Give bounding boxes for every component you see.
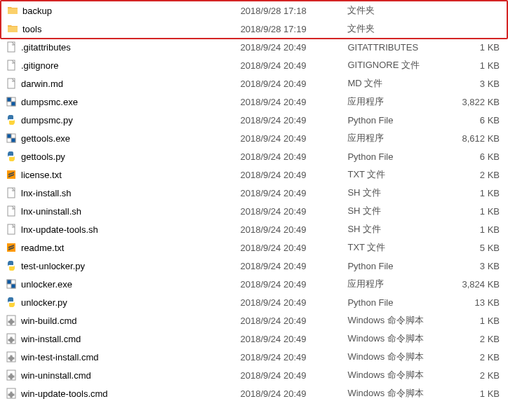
file-date: 2018/9/24 20:49 — [236, 257, 344, 275]
subl-icon — [6, 169, 17, 180]
file-size: 1 KB — [450, 311, 508, 330]
file-name: win-test-install.cmd — [21, 352, 99, 363]
file-size: 1 KB — [450, 202, 508, 220]
py-icon — [6, 151, 17, 162]
file-name-cell[interactable]: gettools.py — [0, 147, 236, 165]
sh-icon — [6, 187, 17, 198]
file-date: 2018/9/24 20:49 — [236, 202, 344, 220]
file-size: 1 KB — [450, 220, 508, 238]
file-size: 6 KB — [450, 111, 508, 129]
file-date: 2018/9/24 20:49 — [236, 147, 344, 165]
file-type: TXT 文件 — [343, 238, 450, 257]
file-name: .gitattributes — [21, 42, 71, 53]
file-name-cell[interactable]: unlocker.exe — [0, 275, 236, 293]
file-size: 3 KB — [450, 257, 508, 275]
file-row[interactable]: lnx-uninstall.sh2018/9/24 20:49SH 文件1 KB — [0, 202, 508, 220]
folder-icon — [7, 23, 18, 34]
file-type: Windows 命令脚本 — [343, 384, 450, 402]
file-type: TXT 文件 — [343, 165, 450, 184]
file-row[interactable]: win-uninstall.cmd2018/9/24 20:49Windows … — [0, 366, 508, 384]
file-name: license.txt — [21, 170, 62, 180]
file-row[interactable]: lnx-update-tools.sh2018/9/24 20:49SH 文件1… — [0, 220, 508, 238]
file-row[interactable]: win-build.cmd2018/9/24 20:49Windows 命令脚本… — [0, 311, 508, 330]
file-row[interactable]: test-unlocker.py2018/9/24 20:49Python Fi… — [0, 257, 508, 275]
svg-rect-36 — [8, 394, 14, 395]
file-row[interactable]: unlocker.py2018/9/24 20:49Python File13 … — [0, 293, 508, 311]
file-size: 1 KB — [450, 38, 508, 56]
file-row[interactable]: backup2018/9/28 17:18文件夹 — [1, 1, 507, 20]
file-name: dumpsmc.exe — [21, 97, 78, 107]
file-name: win-build.cmd — [21, 316, 76, 326]
exe-icon — [6, 278, 17, 290]
file-type: Windows 命令脚本 — [343, 366, 450, 384]
file-name-cell[interactable]: dumpsmc.exe — [0, 93, 236, 111]
file-name-cell[interactable]: .gitattributes — [0, 38, 236, 56]
file-name-cell[interactable]: lnx-uninstall.sh — [0, 202, 236, 220]
file-size: 8,612 KB — [450, 129, 508, 147]
cmd-icon — [6, 315, 17, 326]
file-size: 5 KB — [450, 238, 508, 257]
file-name-cell[interactable]: lnx-install.sh — [0, 184, 236, 202]
file-name-cell[interactable]: darwin.md — [0, 74, 236, 93]
file-row[interactable]: tools2018/9/28 17:19文件夹 — [1, 20, 507, 38]
svg-rect-4 — [7, 97, 11, 102]
exe-icon — [6, 96, 17, 107]
file-name-cell[interactable]: lnx-update-tools.sh — [0, 220, 236, 238]
file-date: 2018/9/28 17:19 — [236, 20, 343, 38]
file-name-cell[interactable]: .gitignore — [0, 56, 236, 74]
file-date: 2018/9/24 20:49 — [236, 184, 344, 202]
file-row[interactable]: gettools.py2018/9/24 20:49Python File6 K… — [0, 147, 508, 165]
file-size — [450, 20, 507, 38]
file-row[interactable]: win-test-install.cmd2018/9/24 20:49Windo… — [0, 348, 508, 366]
file-name-cell[interactable]: win-install.cmd — [0, 330, 236, 348]
file-row[interactable]: .gitignore2018/9/24 20:49GITIGNORE 文件1 K… — [0, 56, 508, 74]
cmd-icon — [6, 333, 17, 344]
file-name-cell[interactable]: win-update-tools.cmd — [0, 384, 236, 402]
file-name-cell[interactable]: gettools.exe — [0, 129, 236, 147]
file-name: .gitignore — [21, 60, 58, 71]
file-row[interactable]: unlocker.exe2018/9/24 20:49应用程序3,824 KB — [0, 275, 508, 293]
file-row[interactable]: darwin.md2018/9/24 20:49MD 文件3 KB — [0, 74, 508, 93]
svg-rect-20 — [8, 321, 14, 323]
file-name-cell[interactable]: dumpsmc.py — [0, 111, 236, 129]
file-row[interactable]: license.txt2018/9/24 20:49TXT 文件2 KB — [0, 165, 508, 184]
file-row[interactable]: .gitattributes2018/9/24 20:49GITATTRIBUT… — [0, 38, 508, 56]
file-icon — [6, 41, 17, 53]
file-name-cell[interactable]: readme.txt — [0, 238, 236, 257]
file-size: 13 KB — [450, 293, 508, 311]
file-name-cell[interactable]: win-uninstall.cmd — [0, 366, 236, 384]
file-name-cell[interactable]: win-build.cmd — [0, 311, 236, 330]
file-type: 文件夹 — [343, 1, 450, 20]
file-row[interactable]: win-install.cmd2018/9/24 20:49Windows 命令… — [0, 330, 508, 348]
file-row[interactable]: lnx-install.sh2018/9/24 20:49SH 文件1 KB — [0, 184, 508, 202]
folder-icon — [7, 5, 18, 16]
file-name-cell[interactable]: tools — [1, 20, 236, 38]
file-name-cell[interactable]: license.txt — [0, 165, 236, 184]
file-row[interactable]: readme.txt2018/9/24 20:49TXT 文件5 KB — [0, 238, 508, 257]
file-date: 2018/9/28 17:18 — [236, 1, 343, 20]
file-row[interactable]: dumpsmc.exe2018/9/24 20:49应用程序3,822 KB — [0, 93, 508, 111]
file-name: gettools.py — [21, 151, 65, 162]
svg-rect-15 — [7, 280, 11, 284]
file-type: Python File — [343, 111, 450, 129]
file-row[interactable]: dumpsmc.py2018/9/24 20:49Python File6 KB — [0, 111, 508, 129]
file-size: 1 KB — [450, 384, 508, 402]
file-type: Python File — [343, 293, 450, 311]
file-date: 2018/9/24 20:49 — [236, 330, 344, 348]
highlighted-rows: backup2018/9/28 17:18文件夹 tools2018/9/28 … — [0, 0, 508, 39]
file-type: 应用程序 — [343, 93, 450, 111]
svg-rect-28 — [8, 358, 14, 359]
file-row[interactable]: gettools.exe2018/9/24 20:49应用程序8,612 KB — [0, 129, 508, 147]
file-row[interactable]: win-update-tools.cmd2018/9/24 20:49Windo… — [0, 384, 508, 402]
file-name-cell[interactable]: backup — [1, 1, 236, 20]
file-size: 6 KB — [450, 147, 508, 165]
file-name: unlocker.py — [21, 297, 67, 308]
svg-rect-16 — [11, 284, 15, 288]
file-name: test-unlocker.py — [21, 261, 85, 271]
file-name-cell[interactable]: unlocker.py — [0, 293, 236, 311]
file-name-cell[interactable]: win-test-install.cmd — [0, 348, 236, 366]
svg-rect-9 — [7, 170, 15, 179]
svg-rect-5 — [11, 102, 15, 106]
file-name-cell[interactable]: test-unlocker.py — [0, 257, 236, 275]
file-name: win-uninstall.cmd — [21, 370, 91, 381]
